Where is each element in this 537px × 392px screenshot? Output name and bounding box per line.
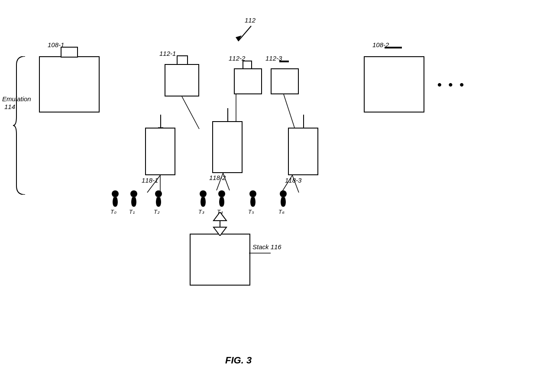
box-112-3 [271,68,299,94]
thread-t5-icon [247,190,259,207]
label-t3: T₃ [198,209,204,215]
connector-112-2-to-118 [227,94,249,122]
emulation-num: 114 [4,103,15,110]
svg-line-22 [217,173,223,190]
tab-112-1 [177,55,188,65]
connector-112-3-to-118 [279,94,301,129]
box-112-1 [165,64,199,96]
svg-point-7 [112,190,119,197]
emulation-text: Emulation [2,95,31,103]
stack-label: Stack 116 [252,243,281,251]
diagram: 112 Emulation 114 108-1 112-1 112-2 112-… [0,0,537,392]
label-112: 112 [245,16,256,24]
thread-t4-icon [216,190,228,207]
arrow-112 [230,22,264,48]
connector-118-3-threads [277,175,312,195]
connector-118-2-threads [208,173,243,193]
label-112-1: 112-1 [159,50,176,57]
figure-label: FIG. 3 [225,355,252,366]
svg-line-0 [238,26,251,41]
label-t0: T₀ [110,209,116,215]
emulation-brace [12,56,29,195]
svg-marker-14 [214,212,226,221]
svg-marker-15 [214,227,226,236]
box-118-3 [288,128,318,175]
label-t2: T₂ [154,209,159,215]
svg-line-23 [223,173,230,190]
label-108-2: 108-2 [372,41,389,48]
svg-line-20 [147,175,160,193]
label-112-2: 112-2 [229,55,245,62]
label-t1: T₁ [129,209,135,215]
label-t6: T₆ [278,209,284,215]
box-108-1 [39,56,100,112]
svg-point-12 [249,190,256,197]
box-108-2 [364,56,424,112]
dots: • • • [437,78,466,92]
svg-line-19 [284,94,294,128]
label-108-1: 108-1 [48,41,64,48]
stack-box [190,234,250,286]
thread-t0-icon [109,190,121,207]
label-112-3: 112-3 [265,55,282,62]
box-118-1 [145,128,175,175]
bidirectional-arrow [209,212,231,236]
tab-112-2 [243,61,252,69]
svg-line-24 [281,175,292,193]
box-112-2 [234,68,262,94]
connector-118-1 [158,115,163,129]
connector-118-1-threads [134,175,178,195]
svg-point-10 [200,190,207,197]
thread-t3-icon [197,190,209,207]
connector-112-1-to-118 [178,96,230,131]
svg-line-17 [182,96,199,129]
label-t5: T₅ [248,209,254,215]
connector-118-3 [301,115,306,129]
svg-line-25 [292,175,299,193]
